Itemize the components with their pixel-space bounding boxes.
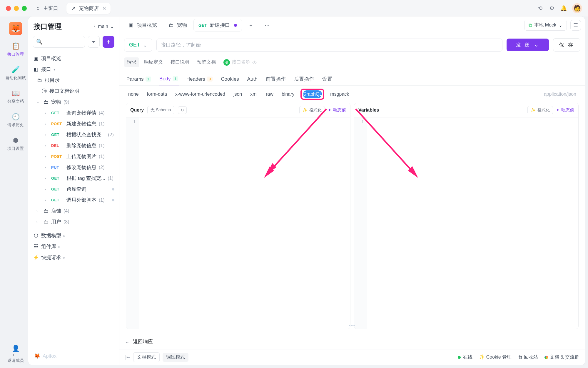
vars-code-editor[interactable] [367,117,578,329]
rail-settings-label: 项目设置 [7,146,24,151]
minimize-dot[interactable] [14,6,19,11]
tree-endpoint[interactable]: ›GET调用外部脚本 (1) [31,195,117,205]
refresh-schema[interactable]: ↻ [178,106,187,114]
tree-doc-desc[interactable]: ⓜ接口文档说明 [31,86,117,97]
docs-community[interactable]: 文档 & 交流群 [544,354,579,360]
bodytype-form-data[interactable]: form-data [147,90,167,98]
rail-settings[interactable]: ⬢ 项目设置 [6,135,26,153]
tree-endpoint[interactable]: ›POST上传宠物图片 (1) [31,151,117,162]
rail-automation[interactable]: 🧪 自动化测试 [4,64,28,82]
bodytype-none[interactable]: none [128,90,139,98]
tree-endpoint[interactable]: ›GET查询宠物详情 (4) [31,107,117,118]
rtab-settings[interactable]: 设置 [322,73,333,85]
tree-endpoint[interactable]: ›DEL删除宠物信息 (1) [31,140,117,151]
tab-new-interface[interactable]: GET 新建接口 [193,19,242,32]
body-badge: 1 [173,76,178,81]
dynamic-value-vars[interactable]: ✦ 动态值 [556,106,574,114]
automation-icon: 🧪 [12,66,19,74]
tab-overview[interactable]: ▣项目概览 [123,19,162,31]
branch-selector[interactable]: ᛋ main ⌄ [93,24,114,29]
window-controls[interactable] [6,6,27,11]
bodytype-xml[interactable]: xml [250,90,258,98]
rtab-body[interactable]: Body1 [159,73,179,85]
tree-quick-label: 快捷请求 [41,254,61,261]
url-input[interactable]: 接口路径，"/"起始 [156,39,502,52]
add-button[interactable]: + [103,36,114,48]
interface-name-placeholder[interactable]: 接口名称 [232,59,250,65]
environment-selector[interactable]: ⧉本地 Mock⌄ [524,20,567,31]
filter-button[interactable]: ⏷ [88,36,100,48]
tree-endpoint[interactable]: ›GET跨库查询 [31,184,117,195]
tree-root[interactable]: 🗀根目录 [31,75,117,86]
window-tab-main[interactable]: ⌂ 主窗口 [31,3,62,14]
rtab-auth[interactable]: Auth [247,73,258,85]
tab-add[interactable]: ＋ [244,19,258,31]
endpoint-name: 跨库查询 [66,186,86,193]
rail-history[interactable]: 🕘 请求历史 [6,111,26,130]
save-button[interactable]: 保 存 [553,38,580,52]
rtab-post[interactable]: 后置操作 [293,73,315,85]
menu-button[interactable]: ☰ [570,20,581,31]
dynamic-value[interactable]: ✦ 动态值 [328,106,346,114]
tree-component-lib[interactable]: ☷组件库 ▸ [31,241,117,252]
doc-mode-button[interactable]: 文档模式 [133,352,160,362]
schema-chip[interactable]: 无 Schema [147,106,174,114]
bodytype-json[interactable]: json [233,90,242,98]
window-tab-project[interactable]: ↗ 宠物商店 ✕ [66,3,111,14]
subnav-response-def[interactable]: 响应定义 [141,57,166,67]
trash[interactable]: 🗑 回收站 [518,354,538,360]
search-icon: 🔍 [36,39,43,45]
rail-share-docs[interactable]: 📖 分享文档 [6,88,26,106]
subnav-preview[interactable]: 预览文档 [194,57,219,67]
refresh-icon[interactable]: ⟲ [537,5,543,11]
bodytype-graphql[interactable]: GraphQL [303,90,322,98]
mock-icon: ⧉ [529,23,532,28]
method-selector[interactable]: GET⌄ [124,39,152,52]
bodytype-msgpack[interactable]: msgpack [330,90,349,98]
close-icon[interactable]: ✕ [102,5,106,11]
rtab-cookies[interactable]: Cookies [220,73,239,85]
method-badge: GET [51,111,64,115]
subnav-request[interactable]: 请求 [124,57,139,67]
tree-project-overview[interactable]: ▣项目概览 [31,53,117,64]
maximize-dot[interactable] [22,6,27,11]
chevron-right-icon: › [45,133,49,137]
tree-endpoint[interactable]: ›GET根据 tag 查找宠... (1) [31,173,117,184]
rtab-pre[interactable]: 前置操作 [265,73,286,85]
vars-gutter: 1 [354,117,367,329]
rail-invite[interactable]: 👤⁺ 邀请成员 [6,347,26,365]
bodytype-binary[interactable]: binary [282,90,295,98]
tree-quick-request[interactable]: ⚡快捷请求 ▸ [31,252,117,263]
rtab-headers[interactable]: Headers8 [186,73,213,85]
chevron-down-icon[interactable]: ⌄ [125,339,129,345]
chevron-down-icon: ⌄ [143,42,147,48]
debug-mode-button[interactable]: 调试模式 [163,353,188,362]
tab-pet[interactable]: 🗀宠物 [163,19,192,31]
tree-data-model[interactable]: ⬡数据模型 ▸ [31,230,117,241]
subnav-desc[interactable]: 接口说明 [168,57,192,67]
avatar[interactable]: 🧑 [572,3,582,13]
close-dot[interactable] [6,6,11,11]
rail-api-management[interactable]: 📋 接口管理 [6,41,26,59]
format-button[interactable]: ✨ 格式化 [299,106,325,114]
rtab-params[interactable]: Params1 [126,73,152,85]
tree-endpoint[interactable]: ›PUT修改宠物信息 (2) [31,162,117,173]
tree-folder-store[interactable]: ›🗀店铺 (4) [31,205,117,216]
tree-endpoint[interactable]: ›GET根据状态查找宠... (2) [31,129,117,140]
tab-more[interactable]: ⋯ [260,19,274,31]
bodytype-raw[interactable]: raw [266,90,273,98]
query-code-editor[interactable] [139,117,350,329]
cookie-manage[interactable]: ✨ Cookie 管理 [479,354,512,360]
search-input[interactable]: 🔍 [33,36,85,48]
tree-folder-pet[interactable]: ⌄🗀宠物 (9) [31,97,117,107]
bodytype-xwww[interactable]: x-www-form-urlencoded [175,90,225,98]
tree-endpoint[interactable]: ›POST新建宠物信息 (1) [31,118,117,129]
format-button-vars[interactable]: ✨ 格式化 [527,106,553,114]
tree-interface[interactable]: ◧接口 ▾ [31,64,117,75]
gear-icon[interactable]: ⚙ [549,5,555,11]
tree-folder-user[interactable]: ›🗀用户 (8) [31,216,117,227]
drag-handle-icon[interactable]: ••• [349,323,356,328]
send-button[interactable]: 发 送⌄ [507,39,549,51]
bell-icon[interactable]: 🔔 [560,5,567,11]
collapse-icon[interactable]: |⇤ [125,354,130,360]
